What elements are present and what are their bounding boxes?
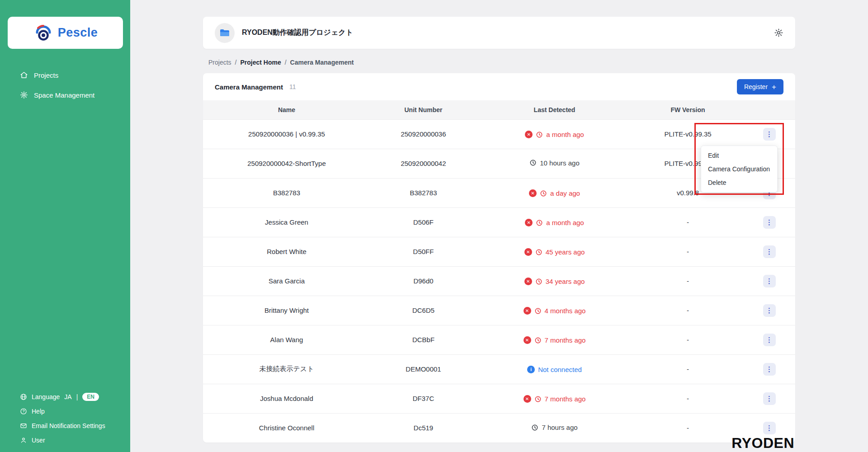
project-title: RYODEN動作確認用プロジェクト bbox=[242, 28, 353, 38]
context-menu-item[interactable]: Delete bbox=[701, 176, 777, 189]
table-row: Jessica GreenD506F✕a month ago-⋮ bbox=[203, 207, 795, 237]
camera-management-card: Camera Management 11 Register + Name Uni… bbox=[203, 73, 795, 443]
sidebar-item-label: Projects bbox=[34, 71, 58, 79]
column-header-fw-version: FW Version bbox=[632, 100, 743, 119]
row-actions-button[interactable]: ⋮ bbox=[763, 245, 776, 258]
disconnected-icon: ✕ bbox=[524, 278, 532, 285]
table-card-header: Camera Management 11 Register + bbox=[203, 73, 795, 100]
table-header-row: Name Unit Number Last Detected FW Versio… bbox=[203, 100, 795, 119]
sidebar-item-projects[interactable]: Projects bbox=[0, 65, 130, 85]
clock-icon bbox=[534, 337, 542, 344]
clock-icon bbox=[529, 159, 537, 166]
disconnected-icon: ✕ bbox=[524, 248, 532, 256]
language-en-badge[interactable]: EN bbox=[82, 393, 99, 401]
column-header-last-detected: Last Detected bbox=[476, 100, 632, 119]
help-label: Help bbox=[32, 408, 45, 415]
fw-version: - bbox=[632, 237, 743, 266]
table-row: Christine OconnellDc5197 hours ago-⋮ bbox=[203, 413, 795, 443]
camera-name: Brittany Wright bbox=[203, 296, 370, 325]
last-detected-text: a day ago bbox=[550, 189, 580, 197]
email-notification-settings-link[interactable]: Email Notification Settings bbox=[0, 419, 130, 433]
register-label: Register bbox=[744, 83, 768, 90]
gear-icon bbox=[774, 28, 783, 38]
clock-icon bbox=[531, 424, 538, 431]
plus-icon: + bbox=[772, 83, 776, 91]
row-actions-button[interactable]: ⋮ bbox=[763, 128, 776, 141]
email-settings-label: Email Notification Settings bbox=[32, 422, 105, 429]
row-actions-button[interactable]: ⋮ bbox=[763, 363, 776, 376]
camera-name: B382783 bbox=[203, 178, 370, 207]
last-detected-text: 7 months ago bbox=[545, 395, 586, 403]
clock-icon bbox=[536, 131, 543, 138]
user-label: User bbox=[32, 437, 45, 444]
last-detected-status: ✕4 months ago bbox=[524, 307, 586, 315]
camera-count: 11 bbox=[289, 83, 296, 90]
help-link[interactable]: Help bbox=[0, 404, 130, 419]
fw-version: - bbox=[632, 325, 743, 354]
row-actions-button[interactable]: ⋮ bbox=[763, 422, 776, 434]
sidebar-item-space-management[interactable]: Space Management bbox=[0, 85, 130, 105]
camera-name: Robert White bbox=[203, 237, 370, 266]
last-detected-text: 10 hours ago bbox=[540, 159, 580, 167]
clock-icon bbox=[536, 219, 543, 226]
project-settings-button[interactable] bbox=[774, 28, 783, 38]
table-title: Camera Management bbox=[215, 83, 283, 91]
language-switcher[interactable]: Language JA | EN bbox=[0, 390, 130, 404]
unit-number: D50FF bbox=[370, 237, 476, 266]
table-row: Joshua McdonaldDF37C✕7 months ago-⋮ bbox=[203, 384, 795, 413]
disconnected-icon: ✕ bbox=[524, 307, 531, 315]
unit-number: Dc519 bbox=[370, 413, 476, 443]
table-row: 未接続表示テストDEMO0001iNot connected-⋮ bbox=[203, 354, 795, 384]
table-row: Alan WangDCBbF✕7 months ago-⋮ bbox=[203, 325, 795, 354]
unit-number: 250920000036 bbox=[370, 119, 476, 149]
disconnected-icon: ✕ bbox=[529, 189, 537, 197]
disconnected-icon: ✕ bbox=[524, 336, 531, 344]
project-header-card: RYODEN動作確認用プロジェクト bbox=[203, 17, 795, 49]
row-actions-button[interactable]: ⋮ bbox=[763, 392, 776, 405]
info-icon: i bbox=[527, 366, 535, 373]
breadcrumb-project-home[interactable]: Project Home bbox=[240, 59, 281, 66]
project-avatar bbox=[215, 23, 235, 43]
language-label: Language bbox=[32, 393, 60, 400]
gear-icon bbox=[20, 91, 28, 99]
clock-icon bbox=[535, 278, 542, 285]
camera-name: Jessica Green bbox=[203, 207, 370, 237]
language-separator: | bbox=[76, 393, 78, 400]
table-row: Sara GarciaD96d0✕34 years ago-⋮ bbox=[203, 266, 795, 296]
ryoden-logo: RYODEN bbox=[731, 435, 794, 452]
last-detected-text: 7 months ago bbox=[545, 336, 586, 344]
camera-name: Alan Wang bbox=[203, 325, 370, 354]
breadcrumb-separator: / bbox=[235, 59, 237, 66]
folder-icon bbox=[220, 29, 230, 37]
row-actions-button[interactable]: ⋮ bbox=[763, 216, 776, 229]
sidebar-footer: Language JA | EN Help Email Notification… bbox=[0, 390, 130, 447]
row-context-menu: EditCamera ConfigurationDelete bbox=[701, 146, 778, 193]
last-detected-text: 7 hours ago bbox=[542, 424, 577, 431]
row-actions-button[interactable]: ⋮ bbox=[763, 304, 776, 317]
help-icon bbox=[20, 408, 27, 415]
unit-number: D96d0 bbox=[370, 266, 476, 296]
last-detected-status: ✕34 years ago bbox=[524, 278, 585, 285]
unit-number: DEMO0001 bbox=[370, 354, 476, 384]
camera-name: 250920000042-ShortType bbox=[203, 149, 370, 178]
context-menu-item[interactable]: Edit bbox=[701, 149, 777, 162]
fw-version: - bbox=[632, 384, 743, 413]
row-actions-button[interactable]: ⋮ bbox=[763, 275, 776, 287]
sidebar: Pescle Projects Space Management Languag… bbox=[0, 0, 130, 452]
last-detected-status: ✕a month ago bbox=[525, 219, 584, 226]
language-ja[interactable]: JA bbox=[64, 393, 71, 400]
last-detected-text: 34 years ago bbox=[546, 278, 585, 285]
last-detected-status: ✕45 years ago bbox=[524, 248, 585, 256]
row-actions-button[interactable]: ⋮ bbox=[763, 334, 776, 346]
pescle-logo[interactable]: Pescle bbox=[8, 17, 123, 49]
disconnected-icon: ✕ bbox=[525, 131, 533, 138]
mail-icon bbox=[20, 422, 27, 429]
context-menu-item[interactable]: Camera Configuration bbox=[701, 162, 777, 176]
breadcrumb-projects[interactable]: Projects bbox=[208, 59, 231, 66]
globe-icon bbox=[20, 393, 27, 400]
register-button[interactable]: Register + bbox=[737, 79, 783, 94]
user-link[interactable]: User bbox=[0, 433, 130, 447]
clock-icon bbox=[535, 249, 542, 256]
table-row: 250920000036 | v0.99.35250920000036✕a mo… bbox=[203, 119, 795, 149]
pescle-eye-icon bbox=[33, 25, 54, 41]
